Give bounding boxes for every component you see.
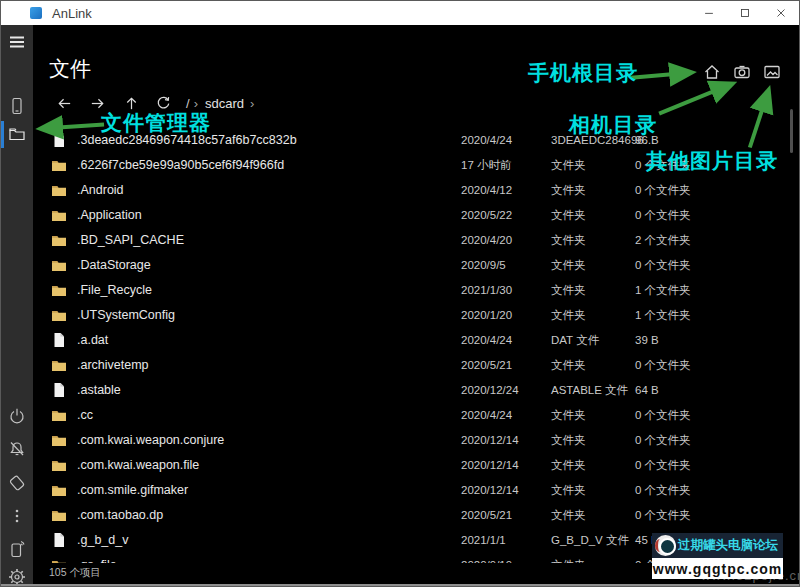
file-name: .com.kwai.weapon.conjure: [77, 428, 224, 453]
main-content: 文件 / › sdcard ›: [33, 25, 799, 586]
file-row[interactable]: .com.kwai.weapon.file 2020/12/14 文件夹 0 个…: [33, 453, 789, 478]
file-row[interactable]: .com.smile.gifmaker 2020/12/14 文件夹 0 个文件…: [33, 478, 789, 503]
rotate-screen-icon[interactable]: [8, 474, 26, 492]
folder-icon: [51, 407, 67, 423]
forum-logo-icon: [655, 535, 676, 556]
active-indicator: [1, 121, 4, 148]
file-date: 2020/1/20: [461, 303, 512, 328]
status-bar: 105 个项目: [49, 566, 101, 580]
minimize-button[interactable]: [691, 1, 727, 25]
folder-icon: [51, 482, 67, 498]
file-name: .6226f7cbe59e99a90b5cef6f94f966fd: [77, 153, 284, 178]
phone-icon[interactable]: [8, 97, 26, 115]
menu-icon[interactable]: [8, 33, 26, 51]
file-row[interactable]: .astable 2020/12/24 ASTABLE 文件 64 B: [33, 378, 789, 403]
folder-icon: [51, 557, 67, 563]
file-date: 2020/4/24: [461, 128, 512, 153]
folder-icon: [51, 182, 67, 198]
folder-icon: [51, 307, 67, 323]
file-type: 文件夹: [551, 503, 586, 528]
file-date: 2020/5/21: [461, 503, 512, 528]
file-size: 0 个文件夹: [635, 503, 691, 528]
file-size: 2 个文件夹: [635, 228, 691, 253]
pictures-icon[interactable]: [763, 63, 781, 81]
file-icon: [51, 532, 67, 548]
navigation-toolbar: / › sdcard ›: [53, 91, 254, 115]
breadcrumb-folder[interactable]: sdcard: [205, 96, 244, 111]
file-type: 文件夹: [551, 203, 586, 228]
app-icon: [30, 7, 42, 19]
file-size: 0 个文件夹: [635, 153, 691, 178]
file-date: 2020/4/12: [461, 178, 512, 203]
scrollbar-thumb[interactable]: [790, 109, 793, 153]
refresh-icon[interactable]: [155, 95, 172, 112]
sidebar: [1, 25, 33, 586]
folder-icon: [51, 232, 67, 248]
file-row[interactable]: .cc 2020/4/24 文件夹 0 个文件夹: [33, 403, 789, 428]
file-row[interactable]: .6226f7cbe59e99a90b5cef6f94f966fd 17 小时前…: [33, 153, 789, 178]
close-button[interactable]: [763, 1, 799, 25]
file-size: 96 B: [635, 128, 659, 153]
file-type: 文件夹: [551, 178, 586, 203]
up-icon[interactable]: [123, 95, 140, 112]
power-icon[interactable]: [8, 407, 26, 425]
file-icon: [51, 132, 67, 148]
title-bar: AnLink: [1, 1, 799, 25]
back-icon[interactable]: [56, 95, 73, 112]
folder-icon: [51, 257, 67, 273]
file-row[interactable]: .a.dat 2020/4/24 DAT 文件 39 B: [33, 328, 789, 353]
file-name: .gs_file: [77, 553, 117, 563]
file-type: 文件夹: [551, 303, 586, 328]
file-row[interactable]: .DataStorage 2020/9/5 文件夹 0 个文件夹: [33, 253, 789, 278]
file-row[interactable]: .File_Recycle 2021/1/30 文件夹 1 个文件夹: [33, 278, 789, 303]
file-row[interactable]: .Application 2020/5/22 文件夹 0 个文件夹: [33, 203, 789, 228]
file-size: 0 个文件夹: [635, 453, 691, 478]
file-row[interactable]: .UTSystemConfig 2020/1/20 文件夹 1 个文件夹: [33, 303, 789, 328]
minimize-icon: [702, 6, 716, 20]
maximize-button[interactable]: [727, 1, 763, 25]
folder-icon: [51, 457, 67, 473]
home-icon[interactable]: [703, 63, 721, 81]
file-type: 文件夹: [551, 428, 586, 453]
file-size: 1 个文件夹: [635, 278, 691, 303]
file-row[interactable]: .com.kwai.weapon.conjure 2020/12/14 文件夹 …: [33, 428, 789, 453]
file-type: 文件夹: [551, 353, 586, 378]
file-row[interactable]: .BD_SAPI_CACHE 2020/4/20 文件夹 2 个文件夹: [33, 228, 789, 253]
file-date: 2020/12/24: [461, 378, 519, 403]
file-date: 2020/9/5: [461, 253, 506, 278]
file-type: G_B_D_V 文件: [551, 528, 629, 553]
file-name: .com.smile.gifmaker: [77, 478, 188, 503]
notification-off-icon[interactable]: [8, 440, 26, 458]
file-row[interactable]: .Android 2020/4/12 文件夹 0 个文件夹: [33, 178, 789, 203]
file-name: .a.dat: [77, 328, 108, 353]
file-name: .com.kwai.weapon.file: [77, 453, 199, 478]
more-options-icon[interactable]: [8, 507, 26, 525]
file-size: 0 个文件夹: [635, 178, 691, 203]
file-date: 2020/5/21: [461, 353, 512, 378]
file-size: 1 个文件夹: [635, 303, 691, 328]
file-row[interactable]: .archivetemp 2020/5/21 文件夹 0 个文件夹: [33, 353, 789, 378]
file-row[interactable]: .com.taobao.dp 2020/5/21 文件夹 0 个文件夹: [33, 503, 789, 528]
file-manager-icon[interactable]: [8, 125, 26, 143]
file-name: .archivetemp: [77, 353, 149, 378]
folder-icon: [51, 432, 67, 448]
folder-icon: [51, 207, 67, 223]
window-bottom-edge: [1, 584, 799, 586]
file-name: .cc: [77, 403, 93, 428]
folder-icon: [51, 357, 67, 373]
file-type: 文件夹: [551, 553, 586, 563]
folder-icon: [51, 282, 67, 298]
file-row[interactable]: .3deaedc28469674418c57af6b7cc832b 2020/4…: [33, 128, 789, 153]
forward-icon[interactable]: [89, 95, 106, 112]
file-date: 2020/4/20: [461, 228, 512, 253]
watermark-forum-name: 过期罐头电脑论坛: [678, 537, 778, 554]
file-date: 2020/5/22: [461, 203, 512, 228]
file-size: 0 个文件夹: [635, 403, 691, 428]
breadcrumb-root[interactable]: /: [186, 96, 190, 111]
file-list: .3deaedc28469674418c57af6b7cc832b 2020/4…: [33, 128, 789, 563]
file-type: ASTABLE 文件: [551, 378, 628, 403]
file-type: 文件夹: [551, 403, 586, 428]
screen-mirror-icon[interactable]: [8, 540, 26, 558]
camera-icon[interactable]: [733, 63, 751, 81]
file-date: 2020/12/14: [461, 453, 519, 478]
